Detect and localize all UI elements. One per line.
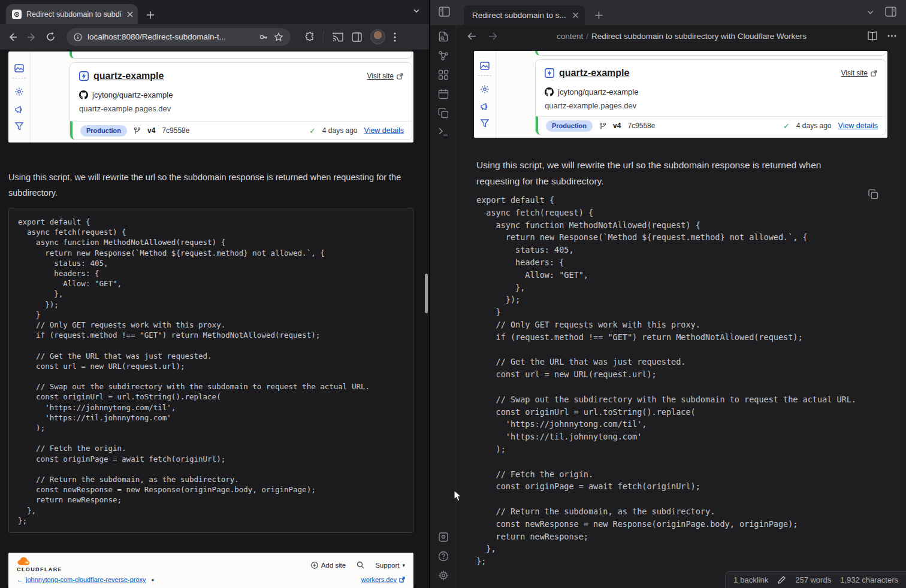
github-icon <box>79 90 88 99</box>
breadcrumb-note-title[interactable]: Redirect subdomain to subdirectory with … <box>591 32 807 41</box>
tab-list-chevron-icon[interactable] <box>866 8 875 17</box>
obsidian-view-header: content/Redirect subdomain to subdirecto… <box>457 25 906 47</box>
branch-icon <box>134 127 141 135</box>
note-paragraph[interactable]: Using this script, we will rewrite the u… <box>476 157 865 189</box>
deployment-card: quartz-example Visit site <box>70 62 412 140</box>
obsidian-window: Redirect subdomain to s... content/Redir… <box>430 0 906 588</box>
graph-view-icon[interactable] <box>438 50 449 61</box>
view-details-link[interactable]: View details <box>364 126 404 135</box>
tab-search-chevron-icon[interactable] <box>412 7 421 15</box>
production-badge: Production <box>546 120 593 132</box>
support-menu[interactable]: Support ▾ <box>375 562 405 569</box>
backlink-count[interactable]: 1 backlink <box>733 575 768 584</box>
terminal-icon[interactable] <box>438 127 449 137</box>
vault-switcher-icon[interactable] <box>438 532 449 542</box>
url-text[interactable]: localhost:8080/Redirect-subdomain-t... <box>87 32 253 41</box>
pages-lightning-icon <box>545 68 554 78</box>
commit-hash: 7c9558e <box>627 122 655 130</box>
edit-mode-pencil-icon[interactable] <box>777 575 786 584</box>
worker-back-link[interactable]: ← johnnytong-com-cloudflare-reverse-prox… <box>17 576 154 583</box>
profile-avatar[interactable] <box>370 29 385 44</box>
extensions-icon[interactable] <box>305 32 315 42</box>
cf-mini-sidebar <box>8 51 31 143</box>
caret-down-icon: ▾ <box>402 562 405 568</box>
obsidian-editor[interactable]: quartz-example Visit site <box>457 47 906 588</box>
cf-mini-sidebar <box>474 51 496 138</box>
page-scrollbar[interactable] <box>425 274 428 313</box>
repo-link[interactable]: jcytong/quartz-example <box>92 90 173 99</box>
search-icon[interactable] <box>357 561 364 569</box>
help-icon[interactable] <box>438 551 449 562</box>
quick-switcher-file-icon[interactable] <box>438 31 449 42</box>
note-paragraph: Using this script, we will rewrite the u… <box>8 169 416 201</box>
address-bar[interactable]: localhost:8080/Redirect-subdomain-t... <box>67 28 291 46</box>
deployment-card: quartz-example Visit site <box>535 59 886 135</box>
copy-code-icon[interactable] <box>868 189 878 199</box>
obsidian-active-tab[interactable]: Redirect subdomain to s... <box>464 5 585 25</box>
chrome-tab-title: Redirect subdomain to subdi <box>26 10 122 19</box>
tab-close-icon[interactable] <box>572 12 579 19</box>
chrome-tab-bar: Redirect subdomain to subdi <box>0 0 429 24</box>
breadcrumb-separator: / <box>583 32 591 41</box>
side-panel-icon[interactable] <box>352 32 362 42</box>
project-link[interactable]: quartz-example <box>559 68 629 78</box>
new-tab-button[interactable] <box>146 11 155 19</box>
word-count[interactable]: 257 words <box>795 575 831 584</box>
deployed-time: 4 days ago <box>796 122 832 130</box>
funnel-icon <box>480 119 490 128</box>
sidebar-divider <box>478 75 491 76</box>
chrome-active-tab[interactable]: Redirect subdomain to subdi <box>6 4 138 24</box>
view-details-link[interactable]: View details <box>838 122 878 130</box>
templates-copy-icon[interactable] <box>438 108 449 119</box>
canvas-icon[interactable] <box>438 69 449 80</box>
visit-site-link[interactable]: Visit site <box>841 69 877 77</box>
deployment-screenshot-image: quartz-example Visit site <box>8 51 413 143</box>
branch-icon <box>599 122 606 130</box>
reading-mode-book-icon[interactable] <box>867 31 878 41</box>
character-count[interactable]: 1,932 characters <box>840 575 898 584</box>
obsidian-tab-bar: Redirect subdomain to s... <box>430 0 906 25</box>
mouse-cursor <box>454 490 463 502</box>
toolbar-divider <box>324 31 324 43</box>
password-key-icon[interactable] <box>259 32 268 42</box>
commit-hash: 7c9558e <box>162 126 189 135</box>
chrome-menu-icon[interactable] <box>394 32 396 42</box>
site-info-icon[interactable] <box>74 33 82 41</box>
left-sidebar-toggle-icon[interactable] <box>439 7 450 17</box>
cloudflare-logo: CLOUDFLARE <box>17 557 62 572</box>
visit-site-link[interactable]: Visit site <box>367 72 403 80</box>
sidebar-divider <box>13 78 26 78</box>
add-site-button[interactable]: Add site <box>311 562 346 569</box>
project-link[interactable]: quartz-example <box>93 71 164 81</box>
right-sidebar-toggle-icon[interactable] <box>885 7 896 17</box>
megaphone-icon <box>480 102 490 111</box>
previous-deployment-card-edge <box>535 51 886 56</box>
more-options-icon[interactable] <box>887 35 896 37</box>
production-badge: Production <box>80 125 127 137</box>
success-check-icon: ✓ <box>783 122 790 131</box>
external-link-icon <box>397 73 403 80</box>
nav-forward-icon[interactable] <box>488 32 498 41</box>
success-check-icon: ✓ <box>309 126 316 135</box>
reload-icon[interactable] <box>46 32 56 42</box>
site-favicon <box>12 10 22 19</box>
deployment-domain: quartz-example.pages.dev <box>536 96 886 110</box>
repo-link[interactable]: jcytong/quartz-example <box>558 87 638 96</box>
tab-close-icon[interactable] <box>127 11 133 17</box>
chrome-window: Redirect subdomain to subdi localhost:80… <box>0 0 429 588</box>
settings-gear-icon[interactable] <box>438 570 449 581</box>
obsidian-status-bar: 1 backlink 257 words 1,932 characters <box>725 571 906 588</box>
cast-icon[interactable] <box>333 32 343 42</box>
breadcrumb-folder[interactable]: content <box>557 32 583 41</box>
forward-icon[interactable] <box>26 32 37 43</box>
back-icon[interactable] <box>7 32 18 43</box>
code-block[interactable]: export default { async fetch(request) { … <box>476 194 856 568</box>
bookmark-star-icon[interactable] <box>274 32 283 42</box>
code-block[interactable]: export default { async fetch(request) { … <box>8 208 413 533</box>
cloudflare-wordmark: CLOUDFLARE <box>17 566 62 572</box>
nav-back-icon[interactable] <box>467 32 477 41</box>
new-tab-icon[interactable] <box>594 11 603 20</box>
workers-dev-link[interactable]: workers.dev <box>361 576 405 583</box>
external-link-icon <box>871 70 877 77</box>
daily-note-calendar-icon[interactable] <box>438 89 449 99</box>
